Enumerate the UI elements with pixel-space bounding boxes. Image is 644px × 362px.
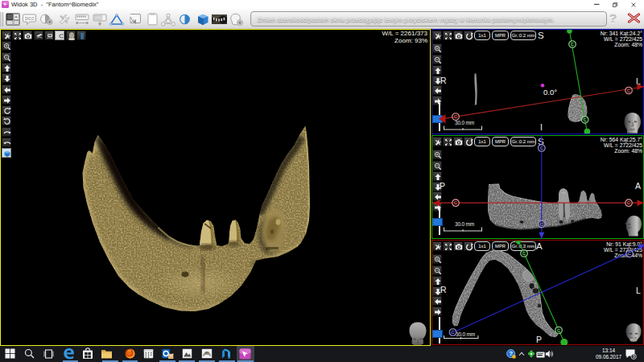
svg-text:C: C <box>627 200 631 205</box>
svg-text:DICO: DICO <box>25 17 35 21</box>
svg-text:C: C <box>454 114 458 119</box>
svg-text:C: C <box>540 222 544 227</box>
svg-text:C: C <box>583 117 587 122</box>
svg-text:C: C <box>540 146 544 150</box>
svg-text:C: C <box>628 251 632 256</box>
svg-text:C: C <box>571 42 575 47</box>
svg-text:C: C <box>522 251 526 256</box>
svg-text:C: C <box>454 200 458 205</box>
svg-text:9: 9 <box>633 354 635 359</box>
svg-text:C: C <box>627 88 631 93</box>
svg-text:C: C <box>557 328 561 333</box>
svg-text:C: C <box>451 330 455 335</box>
